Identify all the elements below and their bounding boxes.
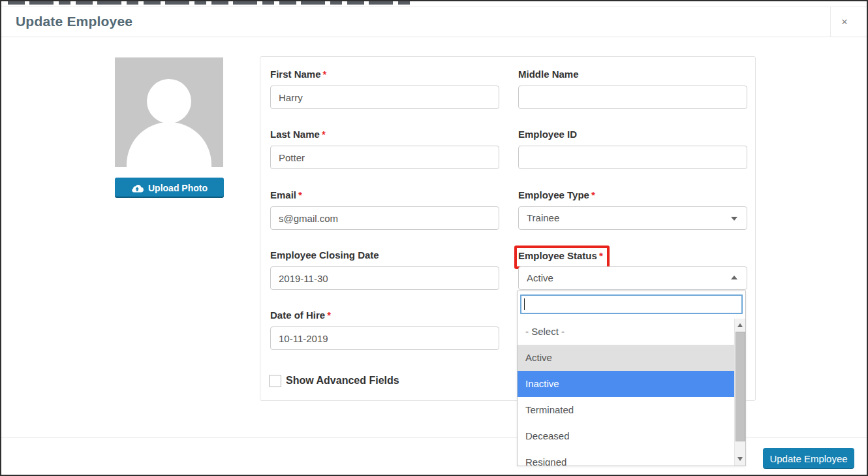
required-asterisk: *	[327, 309, 331, 321]
dropdown-option-list: - Select - Active Inactive Terminated De…	[518, 319, 734, 466]
show-advanced-label: Show Advanced Fields	[286, 375, 399, 387]
date-of-hire-label: Date of Hire*	[270, 309, 331, 321]
modal-title: Update Employee	[16, 14, 132, 29]
middle-name-label: Middle Name	[518, 69, 579, 80]
employee-status-select[interactable]: Active	[518, 266, 747, 290]
employee-closing-date-label: Employee Closing Date	[270, 249, 379, 261]
employee-type-select[interactable]: Trainee	[518, 206, 747, 230]
employee-status-label: Employee Status*	[518, 250, 603, 261]
last-name-label: Last Name*	[270, 129, 326, 140]
scrollbar-thumb[interactable]	[736, 332, 745, 441]
option-inactive[interactable]: Inactive	[518, 371, 734, 397]
employee-status-value: Active	[527, 272, 553, 283]
employee-type-value: Trainee	[527, 212, 559, 223]
option-select-placeholder[interactable]: - Select -	[518, 319, 734, 345]
header-divider	[830, 7, 831, 37]
dropdown-scrollbar[interactable]	[734, 319, 745, 466]
first-name-label: First Name*	[270, 69, 326, 80]
upload-photo-button[interactable]: Upload Photo	[115, 178, 224, 198]
text-cursor	[524, 298, 525, 310]
dropdown-search-input[interactable]	[520, 294, 743, 314]
update-employee-modal: Update Employee × Upload Photo First Nam…	[0, 0, 868, 476]
employee-id-label: Employee ID	[518, 129, 577, 140]
first-name-input[interactable]	[270, 86, 499, 109]
upload-photo-label: Upload Photo	[148, 183, 208, 193]
cloud-upload-icon	[131, 183, 144, 193]
clipped-background-text	[8, 1, 412, 5]
avatar-body-shape	[127, 122, 211, 167]
close-button[interactable]: ×	[833, 13, 856, 31]
option-active[interactable]: Active	[518, 345, 734, 371]
middle-name-input[interactable]	[518, 86, 747, 109]
required-asterisk: *	[323, 69, 327, 80]
employee-closing-date-input[interactable]	[270, 266, 499, 290]
avatar-placeholder	[115, 57, 223, 167]
employee-type-label: Employee Type*	[518, 189, 595, 200]
close-icon: ×	[841, 16, 848, 28]
last-name-input[interactable]	[270, 146, 499, 169]
update-employee-button[interactable]: Update Employee	[763, 448, 854, 469]
email-label: Email*	[270, 189, 302, 200]
required-asterisk: *	[591, 189, 595, 200]
date-of-hire-input[interactable]	[270, 326, 499, 350]
required-asterisk: *	[322, 129, 326, 140]
modal-header: Update Employee ×	[1, 7, 867, 37]
avatar-head-shape	[147, 79, 191, 123]
option-terminated[interactable]: Terminated	[518, 397, 734, 423]
scroll-down-icon[interactable]	[737, 457, 743, 461]
email-input[interactable]	[270, 206, 499, 230]
show-advanced-checkbox[interactable]	[269, 375, 281, 387]
employee-status-dropdown-panel: - Select - Active Inactive Terminated De…	[517, 291, 746, 466]
scroll-up-icon[interactable]	[737, 323, 743, 327]
employee-id-input[interactable]	[518, 146, 747, 169]
required-asterisk: *	[298, 189, 302, 200]
option-resigned[interactable]: Resigned	[518, 449, 734, 466]
chevron-down-icon	[731, 217, 737, 221]
required-asterisk: *	[599, 250, 603, 261]
option-deceased[interactable]: Deceased	[518, 423, 734, 449]
chevron-up-icon	[731, 276, 737, 279]
